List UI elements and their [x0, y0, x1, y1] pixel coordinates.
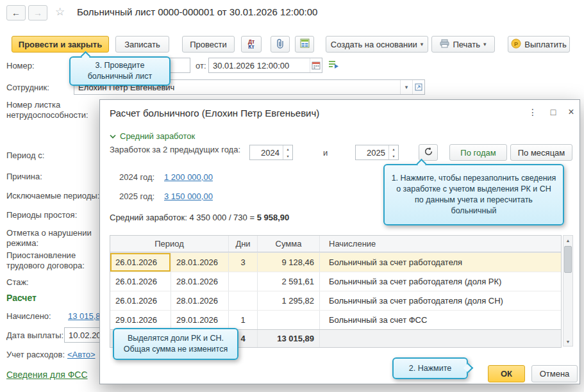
col-days[interactable]: Дни: [229, 236, 258, 252]
expense-auto-link[interactable]: <Авто>: [67, 350, 96, 359]
post-and-close-button[interactable]: Провести и закрыть: [12, 36, 109, 53]
cell-days[interactable]: 1: [229, 311, 258, 329]
scroll-up-icon[interactable]: ▲: [563, 236, 572, 245]
cell-sum[interactable]: 2 591,61: [258, 272, 320, 291]
accrued-label: Начислено:: [6, 311, 51, 322]
ok-button[interactable]: ОК: [488, 365, 525, 382]
document-movements-button[interactable]: [295, 36, 314, 53]
page-title: Больничный лист 0000-000001 от 30.01.202…: [77, 6, 317, 17]
year-2024-amount-link[interactable]: 1 200 000,00: [164, 172, 213, 182]
cell-sum[interactable]: 1 295,82: [258, 291, 320, 310]
date-input[interactable]: 30.01.2026 12:00:00: [208, 58, 322, 73]
spinner-arrows-icon[interactable]: ▴▾: [388, 145, 398, 159]
print-button[interactable]: Печать▾: [431, 36, 495, 53]
dtkt-icon: ДтКт: [248, 39, 254, 49]
callout-step1: 1. Нажмите, чтобы перезаполнить сведения…: [383, 164, 564, 225]
cell-period-to[interactable]: 29.01.2026: [171, 311, 229, 329]
cell-accrual[interactable]: Больничный за счет работодателя: [320, 253, 561, 272]
dropdown-caret-icon[interactable]: ▾: [400, 80, 412, 94]
earnings-two-years-label: Заработок за 2 предыдущих года:: [110, 145, 247, 155]
table-row[interactable]: 29.01.2026 29.01.2026 1 Больничный за сч…: [110, 310, 561, 329]
reason-label: Причина:: [6, 172, 42, 182]
table-row[interactable]: 26.01.2026 28.01.2026 1 295,82 Больничны…: [110, 291, 561, 310]
refresh-icon: [424, 147, 433, 158]
year-2025-label: 2025 год:: [119, 192, 154, 202]
table-vertical-scrollbar[interactable]: ▲ ▼: [563, 235, 573, 347]
cell-empty: [320, 330, 561, 347]
dialog-close-icon[interactable]: ×: [563, 105, 579, 119]
pay-date-label: Дата выплаты:: [6, 331, 63, 341]
employee-label: Сотрудник:: [6, 83, 49, 93]
year-from-spinner[interactable]: 2024 ▴▾: [249, 145, 293, 160]
dialog-maximize-icon[interactable]: □: [546, 105, 561, 119]
app-window: ← → ☆ Больничный лист 0000-000001 от 30.…: [0, 0, 584, 392]
fill-history-icon[interactable]: [328, 60, 339, 71]
cell-accrual[interactable]: Больничный за счет работодателя (доля РК…: [320, 272, 561, 291]
postings-dtkt-button[interactable]: ДтКт: [241, 36, 262, 53]
calendar-icon[interactable]: [310, 58, 322, 72]
dialog-title: Расчет больничного (Елохин Петр Евгеньев…: [110, 108, 319, 118]
cell-accrual[interactable]: Больничный за счет работодателя (доля СН…: [320, 291, 561, 310]
pay-button[interactable]: Р Выплатить: [508, 36, 570, 53]
cell-period-from[interactable]: 29.01.2026: [110, 311, 171, 329]
chevron-down-icon: ▾: [483, 41, 487, 47]
cell-period-to[interactable]: 28.01.2026: [171, 272, 229, 291]
table-header: Период Дни Сумма Начисление: [110, 236, 561, 252]
printer-icon: [440, 39, 449, 50]
cancel-button[interactable]: Отмена: [531, 365, 578, 382]
callout-arrow-icon: [81, 51, 91, 61]
callout-step2: 2. Нажмите: [392, 357, 468, 379]
suspension-label: Приостановление трудового договора:: [6, 250, 109, 271]
attachments-button[interactable]: [271, 36, 290, 53]
cell-period-to[interactable]: 28.01.2026: [171, 291, 229, 310]
year-2024-label: 2024 год:: [119, 172, 154, 183]
by-years-toggle[interactable]: По годам: [449, 144, 507, 161]
create-on-basis-button[interactable]: Создать на основании▾: [326, 36, 428, 53]
downtime-periods-label: Периоды простоя:: [6, 210, 77, 220]
col-accrual[interactable]: Начисление: [320, 236, 561, 252]
experience-label: Стаж:: [6, 277, 29, 288]
cell-total-sum: 13 015,89: [258, 330, 320, 347]
post-button[interactable]: Провести: [182, 36, 235, 53]
cell-period-to[interactable]: 28.01.2026: [171, 253, 229, 272]
table-row[interactable]: 26.01.2026 28.01.2026 3 9 128,46 Больнич…: [110, 252, 561, 272]
table-row[interactable]: 26.01.2026 28.01.2026 2 591,61 Больничны…: [110, 272, 561, 291]
average-earnings-line: Средний заработок: 4 350 000 / 730 = 5 9…: [110, 213, 289, 222]
back-arrow-icon: ←: [12, 8, 21, 18]
col-sum[interactable]: Сумма: [258, 236, 320, 252]
save-button[interactable]: Записать: [115, 36, 169, 53]
calc-section-header: Расчет: [6, 293, 37, 303]
by-months-toggle[interactable]: По месяцам: [510, 144, 572, 161]
fss-info-link[interactable]: Сведения для ФСС: [6, 370, 88, 380]
number-label: Номер:: [6, 61, 35, 71]
violation-label: Отметка о нарушении режима:: [6, 228, 103, 249]
avg-earnings-section-label: Средний заработок: [120, 131, 195, 141]
avg-earnings-expander[interactable]: Средний заработок: [110, 131, 195, 141]
chevron-down-icon: [110, 131, 116, 141]
cell-period-from[interactable]: 26.01.2026: [110, 253, 171, 272]
open-item-icon[interactable]: [412, 80, 424, 94]
cell-period-from[interactable]: 26.01.2026: [110, 291, 171, 310]
cell-period-from[interactable]: 26.01.2026: [110, 272, 171, 291]
scrollbar-thumb[interactable]: [564, 246, 572, 273]
scroll-down-icon[interactable]: ▼: [563, 337, 572, 346]
pay-coin-icon: Р: [511, 38, 521, 51]
cell-sum[interactable]: 9 128,46: [258, 253, 320, 272]
cell-days[interactable]: [229, 291, 258, 310]
callout-step3: 3. Проведите больничный лист: [69, 56, 171, 86]
cell-days[interactable]: [229, 272, 258, 291]
cell-sum[interactable]: [258, 311, 320, 329]
year-2025-amount-link[interactable]: 3 150 000,00: [164, 192, 213, 201]
col-period[interactable]: Период: [110, 236, 229, 252]
expense-accounting-label: Учет расходов:: [6, 350, 65, 360]
spinner-arrows-icon[interactable]: ▴▾: [283, 145, 292, 159]
year-to-spinner[interactable]: 2025 ▴▾: [355, 145, 399, 160]
svg-text:Р: Р: [514, 40, 518, 47]
back-button[interactable]: ←: [6, 5, 26, 20]
forward-button[interactable]: →: [28, 5, 47, 20]
favorite-star-icon[interactable]: ☆: [55, 5, 65, 19]
cell-accrual[interactable]: Больничный за счет ФСС: [320, 311, 561, 329]
cell-days[interactable]: 3: [229, 253, 258, 272]
dialog-menu-icon[interactable]: ⋮: [525, 105, 540, 119]
movements-grid-icon: [300, 38, 310, 50]
